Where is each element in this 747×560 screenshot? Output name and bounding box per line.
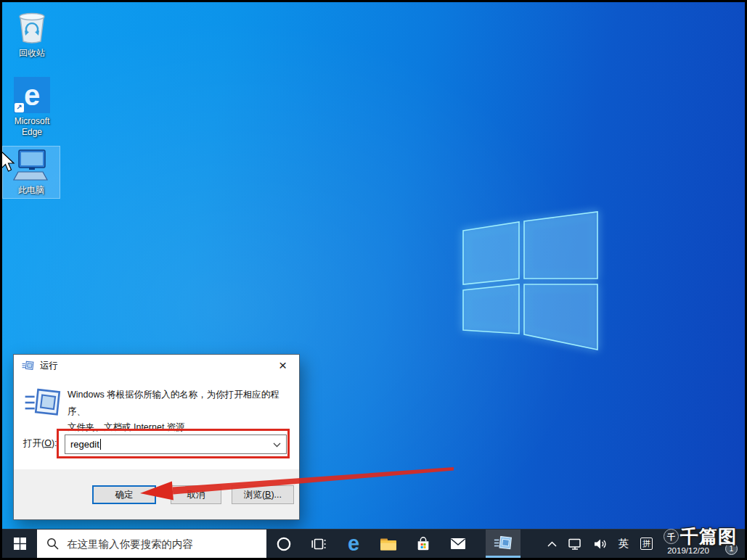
open-field-label: 打开(O): bbox=[23, 437, 57, 450]
dialog-title: 运行 bbox=[40, 360, 58, 372]
ime-pinyin-icon: 拼 bbox=[640, 538, 653, 550]
chevron-up-icon bbox=[547, 541, 557, 547]
windows-start-icon bbox=[14, 538, 26, 550]
store-button[interactable] bbox=[406, 530, 441, 558]
mouse-cursor bbox=[2, 151, 15, 173]
ime-mode-indicator[interactable]: 拼 bbox=[634, 530, 658, 558]
desktop-icon-label: 回收站 bbox=[19, 48, 45, 59]
edge-icon: e bbox=[348, 533, 359, 554]
desktop-icon-label: 此电脑 bbox=[18, 185, 44, 196]
close-icon[interactable]: × bbox=[266, 355, 299, 376]
ime-language-indicator[interactable]: 英 bbox=[613, 530, 635, 558]
desktop-wallpaper: 回收站 e ↗ Microsoft Edge 此电脑 bbox=[2, 2, 745, 529]
run-app-icon bbox=[22, 361, 34, 371]
chevron-down-icon[interactable] bbox=[273, 442, 281, 448]
screen: 回收站 e ↗ Microsoft Edge 此电脑 bbox=[0, 0, 747, 560]
network-tray-button[interactable] bbox=[563, 530, 588, 558]
run-dialog-description: Windows 将根据你所输入的名称，为你打开相应的程序、 文件夹、文档或 In… bbox=[68, 387, 297, 436]
show-hidden-icons-button[interactable] bbox=[542, 530, 563, 558]
cortana-button[interactable] bbox=[266, 530, 301, 558]
run-dialog-icon bbox=[24, 387, 62, 419]
shortcut-arrow-badge: ↗ bbox=[15, 103, 24, 112]
text-caret bbox=[100, 439, 101, 450]
this-pc-icon bbox=[12, 149, 50, 182]
network-icon bbox=[568, 538, 582, 550]
run-app-icon bbox=[494, 535, 513, 551]
ok-button[interactable]: 确定 bbox=[92, 485, 156, 504]
browse-button[interactable]: 浏览(B)... bbox=[232, 485, 294, 504]
clock-date: 2019/12/20 bbox=[667, 546, 709, 555]
task-view-icon bbox=[311, 538, 326, 551]
mail-icon bbox=[450, 538, 466, 550]
run-dialog-titlebar[interactable]: 运行 × bbox=[14, 355, 299, 376]
desktop-icon-microsoft-edge[interactable]: e ↗ Microsoft Edge bbox=[4, 75, 60, 140]
file-explorer-button[interactable] bbox=[371, 530, 406, 558]
run-input[interactable]: regedit bbox=[65, 435, 287, 454]
clock[interactable]: 2019/12/20 bbox=[658, 530, 718, 558]
taskbar-edge-button[interactable]: e bbox=[336, 530, 371, 558]
run-dialog: 运行 × Windows 将根据你所输入的名称，为你打开相应的程序、 文件夹、文… bbox=[13, 354, 300, 520]
task-view-button[interactable] bbox=[301, 530, 336, 558]
taskbar: e bbox=[2, 529, 745, 558]
file-explorer-icon bbox=[380, 537, 397, 551]
notification-badge[interactable]: 1 bbox=[725, 543, 738, 555]
search-icon bbox=[46, 538, 59, 550]
edge-icon: e ↗ bbox=[14, 77, 50, 113]
volume-tray-button[interactable] bbox=[588, 530, 613, 558]
run-dialog-footer: 确定 取消 浏览(B)... bbox=[14, 469, 299, 519]
taskbar-run-active-button[interactable] bbox=[486, 530, 521, 558]
mail-button[interactable] bbox=[441, 530, 475, 558]
volume-icon bbox=[594, 538, 607, 550]
taskbar-search-box[interactable] bbox=[37, 530, 266, 558]
cancel-button[interactable]: 取消 bbox=[171, 485, 221, 504]
system-tray: 英 拼 2019/12/20 1 bbox=[542, 530, 746, 558]
start-button[interactable] bbox=[2, 530, 37, 558]
desktop-icon-recycle-bin[interactable]: 回收站 bbox=[4, 5, 60, 61]
recycle-bin-icon bbox=[15, 7, 49, 45]
cortana-icon bbox=[276, 536, 292, 552]
run-input-value: regedit bbox=[70, 439, 99, 450]
search-input[interactable] bbox=[67, 538, 248, 550]
store-icon bbox=[415, 536, 431, 552]
desktop-icon-label: Microsoft Edge bbox=[4, 116, 60, 138]
